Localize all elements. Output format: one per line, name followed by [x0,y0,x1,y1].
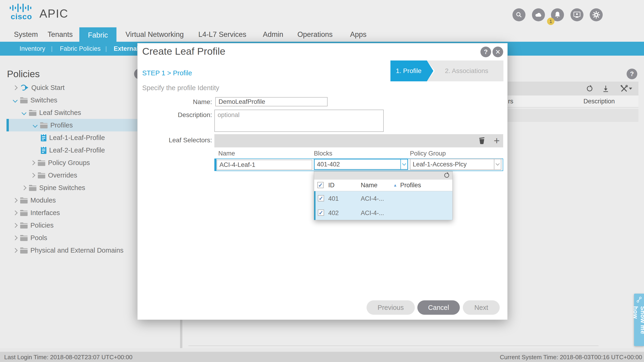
actions-tools-icon[interactable] [618,84,634,93]
tree-item-label: Leaf-1-Leaf-Profile [49,134,105,142]
chevron-right-icon[interactable] [30,160,35,165]
chevron-right-icon[interactable] [13,198,18,203]
close-icon[interactable]: × [492,46,503,57]
step-1-profile[interactable]: 1. Profile [390,60,427,81]
profile-document-icon [41,146,46,154]
row-checkbox[interactable]: ✓ [318,195,324,201]
top-header-bar: cisco APIC [0,0,644,27]
show-me-how-tab[interactable]: Show me how [634,294,644,346]
chevron-down-icon[interactable] [13,98,18,102]
selector-name-field[interactable] [217,160,312,170]
row-checkbox[interactable]: ✓ [318,210,324,216]
leaf-selectors-label: Leaf Selectors: [138,136,212,144]
step-subtitle: Specify the profile Identity [142,84,219,92]
status-bar: Last Login Time: 2018-08-02T23:07 UTC+00… [0,352,644,362]
tree-item-label: Interfaces [30,209,60,217]
user-session-icon[interactable] [570,8,584,21]
row-focus-bar [215,159,216,171]
search-icon[interactable] [512,8,526,21]
dropdown-row-401[interactable]: ✓ 401 ACI-4-... [314,191,452,206]
tab-tenants[interactable]: Tenants [48,27,73,42]
chevron-right-icon[interactable] [13,210,18,215]
dropdown-column-name[interactable]: Name [361,182,378,189]
chevron-right-icon[interactable] [13,248,18,253]
description-field[interactable] [214,110,384,132]
chevron-down-icon[interactable] [22,110,26,115]
tree-item-label: Policies [30,222,54,229]
selected-indicator-bar [6,119,9,131]
chevron-down-icon[interactable] [400,159,407,169]
subnav-inventory[interactable]: Inventory [20,42,45,56]
tab-virtual-networking[interactable]: Virtual Networking [126,27,184,42]
tree-item-label: Pools [30,234,47,242]
column-header-name: Name [218,150,235,157]
refresh-icon[interactable] [585,84,594,93]
footer-divider-strip [0,348,644,352]
row-id: 401 [328,195,339,202]
step-heading: STEP 1 > Profile [142,69,192,77]
current-system-time: Current System Time: 2018-08-03T00:16 UT… [500,354,642,361]
tab-apps[interactable]: Apps [350,27,366,42]
tab-system[interactable]: System [14,27,38,42]
chevron-right-icon[interactable] [30,173,35,178]
chevron-down-icon[interactable] [494,159,501,169]
sidebar-title: Policies [7,69,40,79]
description-label: Description: [138,111,212,119]
select-all-checkbox[interactable]: ✓ [317,182,324,188]
next-button[interactable]: Next [463,300,500,315]
dialog-title: Create Leaf Profile [142,46,226,57]
sort-ascending-icon[interactable]: ▲ [393,183,397,188]
row-name: ACI-4-... [361,210,384,217]
dropdown-column-id[interactable]: ID [328,182,334,189]
tree-item-label: Leaf Switches [39,109,81,117]
previous-button[interactable]: Previous [366,300,415,315]
dropdown-row-402[interactable]: ✓ 402 ACI-4-... [314,206,452,220]
show-me-how-label: Show me how [632,306,644,346]
column-header-policy-group: Policy Group [410,150,446,157]
column-header-blocks: Blocks [314,150,332,157]
step-2-associations[interactable]: 2. Associations [445,60,488,81]
content-bottom-divider [188,346,598,346]
content-help-icon[interactable]: ? [626,69,637,79]
subnav-separator: | [105,42,107,56]
folder-icon [20,247,28,254]
cisco-logo-icon [10,4,33,13]
create-leaf-profile-dialog: Create Leaf Profile ? × 1. Profile 2. As… [137,43,508,320]
tree-item-label: Policy Groups [48,159,90,167]
chevron-right-icon[interactable] [13,223,18,228]
tree-item-label: Modules [30,197,56,204]
tab-fabric[interactable]: Fabric [79,27,116,43]
add-selector-plus-icon[interactable]: + [492,136,501,145]
tree-item-label: Profiles [50,121,73,129]
tab-operations[interactable]: Operations [298,27,333,42]
subnav-fabric-policies[interactable]: Fabric Policies [60,42,101,56]
tab-l4-l7-services[interactable]: L4-L7 Services [198,27,246,42]
folder-icon [20,197,28,203]
name-field[interactable] [215,97,328,106]
policy-group-dropdown-field[interactable]: Leaf-1-Access-Plcy [410,159,501,170]
dropdown-rows: ✓ 401 ACI-4-... ✓ 402 ACI-4-... [314,191,452,220]
tree-item-label: Quick Start [31,84,64,91]
download-icon[interactable] [601,84,610,93]
folder-icon [40,122,48,128]
dialog-help-icon[interactable]: ? [480,46,491,57]
tree-item-label: Physical and External Domains [30,247,124,254]
refresh-icon[interactable] [443,172,450,180]
cancel-button[interactable]: Cancel [417,300,460,315]
chevron-right-icon[interactable] [22,185,26,190]
delete-selector-trash-icon[interactable] [477,136,486,145]
apic-app: cisco APIC [0,0,644,362]
tree-item-label: Leaf-2-Leaf-Profile [49,146,105,154]
settings-gear-icon[interactable] [590,8,603,21]
chevron-right-icon[interactable] [13,85,18,90]
row-id: 402 [328,210,339,217]
blocks-dropdown-field[interactable]: 401-402 [314,159,408,170]
cloud-icon[interactable] [532,8,545,21]
chevron-down-icon[interactable] [33,123,38,127]
dropdown-column-profiles[interactable]: Profiles [400,182,421,189]
tree-item-label: Switches [30,96,57,104]
chevron-right-icon[interactable] [13,235,18,240]
tab-admin[interactable]: Admin [263,27,283,42]
cisco-brand-text: cisco [11,12,32,21]
subnav-separator: | [51,42,53,56]
